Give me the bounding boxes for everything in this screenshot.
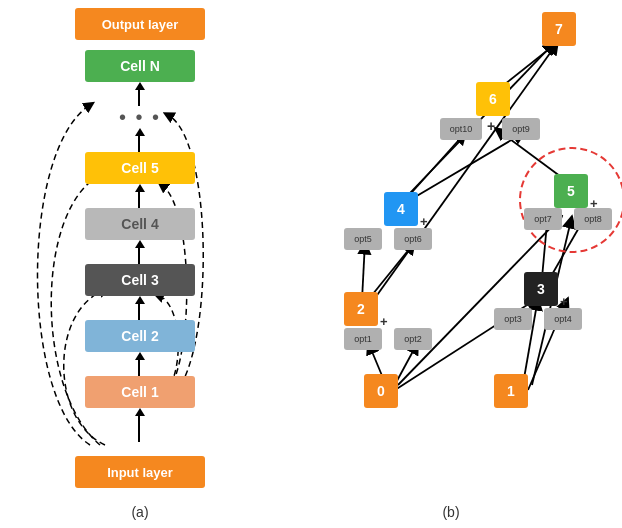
- opt2: opt2: [394, 328, 432, 350]
- node-3: 3: [524, 272, 558, 306]
- svg-line-13: [410, 132, 525, 200]
- svg-line-9: [375, 42, 558, 298]
- output-layer-box: Output layer: [75, 8, 205, 40]
- diagram-b: 7 6 opt10 + opt9 5 + opt7 opt8 4 + opt5 …: [280, 0, 622, 528]
- node-5: 5: [554, 174, 588, 208]
- plus-2: +: [380, 314, 388, 329]
- opt10: opt10: [440, 118, 482, 140]
- node-1: 1: [494, 374, 528, 408]
- node-6: 6: [476, 82, 510, 116]
- opt8: opt8: [574, 208, 612, 230]
- dots: • • •: [119, 106, 161, 129]
- node-0: 0: [364, 374, 398, 408]
- opt4: opt4: [544, 308, 582, 330]
- diagram-a: Output layer Cell N: [0, 0, 280, 528]
- opt9: opt9: [502, 118, 540, 140]
- cell-5: Cell 5: [85, 152, 195, 184]
- plus-6: +: [487, 118, 495, 134]
- input-layer-box: Input layer: [75, 456, 205, 488]
- node-2: 2: [344, 292, 378, 326]
- cell-1: Cell 1: [85, 376, 195, 408]
- opt1: opt1: [344, 328, 382, 350]
- node-7: 7: [542, 12, 576, 46]
- opt6: opt6: [394, 228, 432, 250]
- label-b: (b): [442, 504, 459, 520]
- plus-3: +: [560, 294, 568, 309]
- arrows-svg: [280, 0, 622, 528]
- cell-2: Cell 2: [85, 320, 195, 352]
- cell-n: Cell N: [85, 50, 195, 82]
- plus-4: +: [420, 214, 428, 229]
- opt3: opt3: [494, 308, 532, 330]
- cell-3: Cell 3: [85, 264, 195, 296]
- diagram-container: Output layer Cell N: [0, 0, 622, 528]
- cell-4: Cell 4: [85, 208, 195, 240]
- opt5: opt5: [344, 228, 382, 250]
- node-4: 4: [384, 192, 418, 226]
- opt7: opt7: [524, 208, 562, 230]
- label-a: (a): [131, 504, 148, 520]
